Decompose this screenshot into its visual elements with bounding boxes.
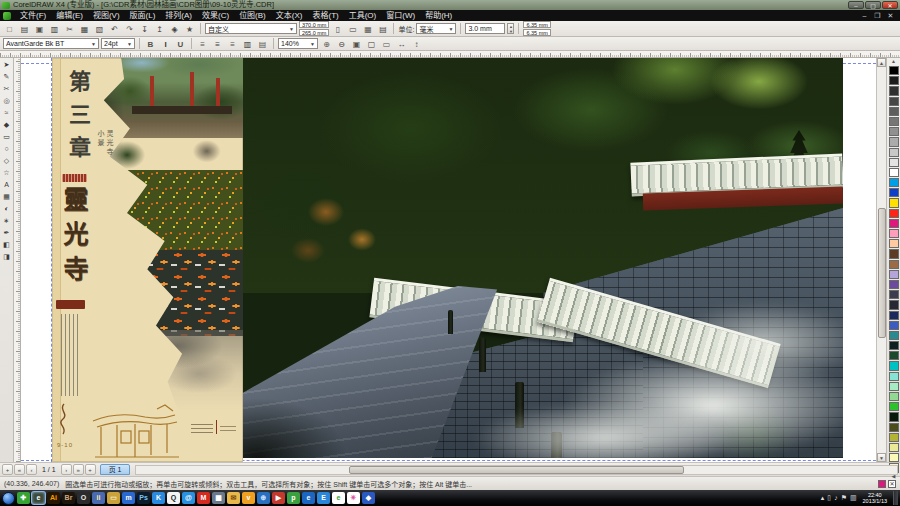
hidden-icons-arrow[interactable]: ▴ <box>821 494 825 502</box>
palette-swatch-8[interactable] <box>889 148 899 157</box>
underline-icon[interactable]: U <box>174 38 187 50</box>
palette-swatch-9[interactable] <box>889 158 899 167</box>
illustrator-icon[interactable]: Ai <box>47 492 60 504</box>
italic-icon[interactable]: I <box>159 38 172 50</box>
horizontal-scrollbar[interactable] <box>135 465 898 475</box>
palette-swatch-13[interactable] <box>889 198 899 207</box>
vertical-scrollbar[interactable]: ▲ ▼ <box>876 58 886 462</box>
palette-swatch-27[interactable] <box>889 341 899 350</box>
kugou-icon[interactable]: K <box>152 492 165 504</box>
mail-icon[interactable]: ✉ <box>227 492 240 504</box>
pick-tool[interactable]: ➤ <box>1 59 13 71</box>
palette-scroll-up-icon[interactable]: ▲ <box>888 58 900 65</box>
doc-close-button[interactable]: ✕ <box>884 10 897 21</box>
shield-icon[interactable]: ◆ <box>362 492 375 504</box>
align-left-icon[interactable]: ≡ <box>196 38 209 50</box>
dark-app-icon[interactable]: O <box>77 492 90 504</box>
butterfly-icon[interactable]: ✳ <box>347 492 360 504</box>
palette-swatch-3[interactable] <box>889 97 899 106</box>
start-button[interactable] <box>2 492 15 505</box>
scroll-down-arrow[interactable]: ▼ <box>877 453 886 462</box>
palette-swatch-19[interactable] <box>889 260 899 269</box>
menu-layout[interactable]: 版面(L) <box>125 10 161 21</box>
palette-swatch-28[interactable] <box>889 351 899 360</box>
paste-icon[interactable]: ▧ <box>93 23 106 35</box>
outline-pen-tool[interactable]: ✒ <box>1 227 13 239</box>
palette-swatch-20[interactable] <box>889 270 899 279</box>
prev-page-icon[interactable]: ‹ <box>26 464 37 475</box>
polygon-tool[interactable]: ◇ <box>1 155 13 167</box>
m-blue-icon[interactable]: m <box>122 492 135 504</box>
first-page-icon[interactable]: « <box>14 464 25 475</box>
menu-effects[interactable]: 效果(C) <box>197 10 234 21</box>
palette-swatch-24[interactable] <box>889 311 899 320</box>
menu-tools[interactable]: 工具(O) <box>344 10 382 21</box>
drawing-canvas[interactable]: 第三章 灵光寺小景 靈光寺 9-10 <box>21 58 876 462</box>
last-page-icon[interactable]: » <box>73 464 84 475</box>
add-page-icon[interactable]: + <box>2 464 13 475</box>
chapter-subtitle[interactable]: 灵光寺小景 <box>96 130 114 160</box>
freehand-tool[interactable]: ≈ <box>1 107 13 119</box>
palette-swatch-17[interactable] <box>889 239 899 248</box>
duplicate-x-field[interactable]: 6.35 mm <box>523 21 550 28</box>
photoshop-icon[interactable]: Ps <box>137 492 150 504</box>
flag-icon[interactable]: ⚑ <box>841 494 847 502</box>
network-icon[interactable]: ▥ <box>850 494 857 502</box>
show-desktop-button[interactable] <box>893 491 898 505</box>
copy-icon[interactable]: ▦ <box>78 23 91 35</box>
open-icon[interactable]: ▤ <box>18 23 31 35</box>
add-page-end-icon[interactable]: + <box>85 464 96 475</box>
volume-icon[interactable]: ♪ <box>834 494 838 502</box>
palette-swatch-37[interactable] <box>889 443 899 452</box>
zoom-all-icon[interactable]: ▢ <box>365 38 378 50</box>
folder-icon[interactable]: ▭ <box>107 492 120 504</box>
landscape-icon[interactable]: ▭ <box>346 23 359 35</box>
rectangle-tool[interactable]: ▭ <box>1 131 13 143</box>
palette-swatch-15[interactable] <box>889 219 899 228</box>
page-tab[interactable]: 页 1 <box>100 464 131 475</box>
paper-preset-combo[interactable]: 自定义▼ <box>205 23 297 34</box>
palette-swatch-4[interactable] <box>889 107 899 116</box>
app-launcher-icon[interactable]: ◈ <box>168 23 181 35</box>
font-name-combo[interactable]: AvantGarde Bk BT▼ <box>3 38 99 49</box>
paper-width-field[interactable]: 370.0 mm <box>299 21 329 28</box>
palette-swatch-18[interactable] <box>889 249 899 258</box>
horizontal-ruler[interactable] <box>0 51 900 58</box>
zoom-height-icon[interactable]: ↕ <box>410 38 423 50</box>
text-props-icon[interactable]: ▤ <box>256 38 269 50</box>
menu-arrange[interactable]: 排列(A) <box>160 10 197 21</box>
calligraphy-title[interactable]: 靈光寺 <box>55 186 91 298</box>
menu-text[interactable]: 文本(X) <box>271 10 308 21</box>
vertical-scroll-thumb[interactable] <box>878 208 886 338</box>
nudge-field[interactable]: 3.0 mm <box>465 23 505 34</box>
palette-swatch-38[interactable] <box>889 453 899 462</box>
paper-height-field[interactable]: 265.0 mm <box>299 29 329 36</box>
redo-icon[interactable]: ↷ <box>123 23 136 35</box>
smart-fill-tool[interactable]: ◆ <box>1 119 13 131</box>
palette-swatch-23[interactable] <box>889 300 899 309</box>
ie-icon[interactable]: e <box>302 492 315 504</box>
palette-swatch-22[interactable] <box>889 290 899 299</box>
chapter-title[interactable]: 第三章 <box>61 70 93 190</box>
shape-tool[interactable]: ✎ <box>1 71 13 83</box>
align-center-icon[interactable]: ≡ <box>211 38 224 50</box>
minimize-button[interactable]: – <box>848 1 864 9</box>
tray-clock[interactable]: 22:40 2013/1/13 <box>860 492 890 504</box>
cut-icon[interactable]: ✂ <box>63 23 76 35</box>
zoom-out-icon[interactable]: ⊖ <box>335 38 348 50</box>
green-app-icon[interactable]: e <box>32 492 45 504</box>
palette-swatch-34[interactable] <box>889 412 899 421</box>
palette-swatch-7[interactable] <box>889 137 899 146</box>
zoom-width-icon[interactable]: ↔ <box>395 38 408 50</box>
zoom-level-combo[interactable]: 140%▼ <box>278 38 318 49</box>
antivirus-icon[interactable]: ✚ <box>17 492 30 504</box>
photos-icon[interactable]: ▦ <box>212 492 225 504</box>
units-combo[interactable]: 毫米▼ <box>416 23 456 34</box>
usb-icon[interactable]: ▯ <box>827 494 831 502</box>
bird-icon[interactable]: v <box>242 492 255 504</box>
duplicate-y-field[interactable]: 6.35 mm <box>523 29 550 36</box>
menu-window[interactable]: 窗口(W) <box>381 10 420 21</box>
palette-swatch-10[interactable] <box>889 168 899 177</box>
font-size-combo[interactable]: 24pt▼ <box>101 38 135 49</box>
print-icon[interactable]: ▥ <box>48 23 61 35</box>
